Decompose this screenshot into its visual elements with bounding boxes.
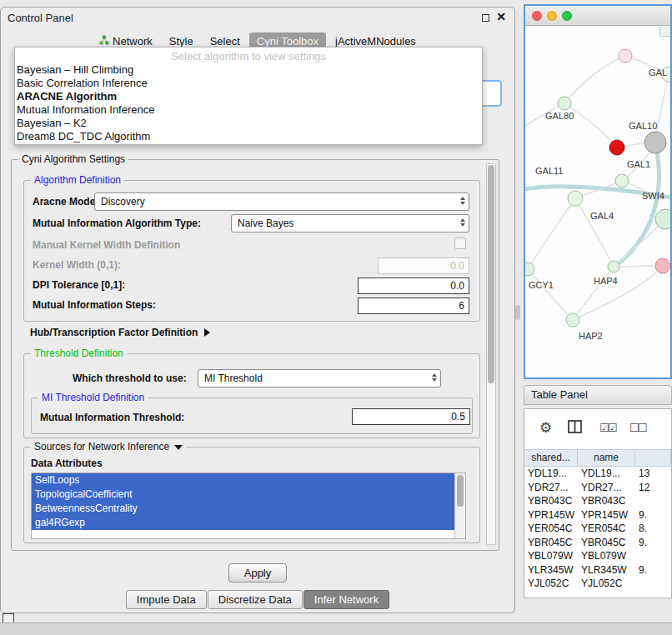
table-toolbar: ⚙ ☑☑ ☐☐	[524, 409, 671, 449]
close-icon[interactable]: ✕	[496, 10, 506, 23]
checked-boxes-icon[interactable]: ☑☑	[599, 422, 615, 434]
hub-section-label: Hub/Transcription Factor Definition	[30, 327, 198, 338]
table-row[interactable]: YDL19...YDL19...13	[524, 467, 671, 481]
table-row[interactable]: YLR345WYLR345W9.	[524, 563, 671, 578]
network-edge[interactable]	[528, 269, 573, 320]
table-cell	[635, 577, 671, 591]
table-cell: YDL19...	[524, 467, 578, 481]
bottom-tabs: Impute Data Discretize Data Infer Networ…	[1, 590, 514, 609]
hub-transcription-factor-section[interactable]: Hub/Transcription Factor Definition	[30, 327, 210, 338]
network-node[interactable]	[525, 262, 534, 276]
algorithm-option-list: Bayesian – Hill ClimbingBasic Correlatio…	[15, 63, 482, 143]
algorithm-option[interactable]: Dream8 DC_TDC Algorithm	[15, 130, 482, 143]
network-edge[interactable]	[573, 267, 614, 320]
table-row[interactable]: YDR27...YDR27...12	[524, 481, 671, 495]
table-row[interactable]: YJL052CYJL052C	[524, 577, 671, 591]
settings-scrollbar[interactable]	[486, 163, 496, 545]
network-node[interactable]	[615, 174, 629, 188]
which-threshold-combo[interactable]: MI Threshold	[198, 369, 441, 388]
table-cell: YLR345W	[578, 563, 635, 578]
algorithm-option[interactable]: Mutual Information Inference	[15, 103, 482, 117]
data-attribute-item[interactable]: BetweennessCentrality	[32, 502, 454, 516]
close-traffic-light-icon[interactable]	[532, 11, 542, 21]
column-header-name[interactable]: name	[578, 450, 635, 466]
tab-label: Network	[113, 35, 153, 48]
data-attribute-item[interactable]: gal4RGexp	[32, 516, 454, 530]
manual-kernel-width-checkbox[interactable]	[454, 238, 466, 249]
network-node[interactable]	[568, 191, 583, 206]
minimize-traffic-light-icon[interactable]	[547, 11, 557, 21]
columns-icon[interactable]	[568, 420, 582, 437]
tab-label: Style	[169, 35, 193, 48]
network-node[interactable]	[619, 49, 632, 62]
gear-icon[interactable]: ⚙	[539, 419, 552, 437]
algorithm-definition-group: Algorithm Definition Aracne Mode: Discov…	[23, 180, 480, 322]
table-header-row: shared... name	[524, 449, 671, 467]
mi-threshold-field[interactable]: 0.5	[352, 408, 470, 425]
network-edge[interactable]	[564, 56, 625, 103]
sources-title-text: Sources for Network Inference	[34, 441, 169, 452]
algorithm-option[interactable]: Bayesian – Hill Climbing	[15, 63, 482, 77]
network-edge[interactable]	[528, 198, 575, 269]
data-attributes-list[interactable]: SelfLoopsTopologicalCoefficientBetweenne…	[31, 472, 466, 539]
tab-discretize-data[interactable]: Discretize Data	[208, 590, 303, 609]
algorithm-option[interactable]: Basic Correlation Inference	[15, 77, 482, 90]
network-node[interactable]	[558, 97, 571, 110]
table-panel-titlebar[interactable]: Table Panel	[524, 385, 672, 405]
network-edge[interactable]	[575, 198, 614, 267]
network-node[interactable]	[608, 261, 619, 272]
dropdown-placeholder: Select algorithm to view settings	[15, 49, 482, 63]
table-row[interactable]: YBR045CYBR045C9.	[524, 536, 671, 550]
mi-threshold-definition-group: MI Threshold Definition Mutual Informati…	[31, 398, 473, 434]
network-window-titlebar[interactable]	[525, 6, 670, 26]
combo-arrows-icon	[460, 218, 465, 227]
table-panel-window: ⚙ ☑☑ ☐☐ shared... name YDL19...YDL19...1…	[524, 408, 672, 598]
expand-right-icon[interactable]	[204, 328, 210, 337]
table-cell: 12	[635, 481, 671, 495]
table-cell: YDR27...	[578, 481, 635, 495]
table-row[interactable]: YBR043CYBR043C	[524, 494, 671, 508]
scrollbar-thumb[interactable]	[457, 475, 464, 507]
control-panel-window: Control Panel ✕ Network Style Select Cyn…	[0, 7, 515, 613]
tab-impute-data[interactable]: Impute Data	[126, 590, 207, 609]
mi-steps-field[interactable]: 6	[358, 298, 469, 314]
aracne-mode-combo[interactable]: Discovery	[94, 192, 469, 211]
scrollbar-thumb[interactable]	[488, 165, 494, 383]
network-graph[interactable]: GALGAL80GAL10GAL11GAL1SWI4GAL4GCY1HAP4HA…	[525, 26, 670, 378]
scrollbar-corner	[659, 26, 670, 37]
zoom-traffic-light-icon[interactable]	[562, 11, 572, 21]
attributes-scrollbar[interactable]	[454, 473, 465, 538]
network-edge[interactable]	[573, 266, 663, 320]
collapse-down-icon[interactable]	[174, 445, 183, 450]
data-attribute-item[interactable]: TopologicalCoefficient	[32, 488, 454, 502]
node-label: HAP2	[579, 331, 603, 341]
column-header-extra[interactable]	[635, 450, 671, 466]
unchecked-boxes-icon[interactable]: ☐☐	[629, 422, 645, 434]
sources-group-title[interactable]: Sources for Network Inference	[31, 441, 186, 452]
network-tab-icon	[99, 35, 109, 48]
network-node[interactable]	[609, 140, 624, 155]
aracne-mode-label: Aracne Mode:	[33, 196, 98, 208]
dpi-tolerance-field[interactable]: 0.0	[358, 278, 469, 294]
network-node[interactable]	[566, 313, 579, 327]
mi-steps-label: Mutual Information Steps:	[33, 299, 156, 311]
table-row[interactable]: YER054CYER054C8.	[524, 522, 671, 536]
network-node[interactable]	[655, 258, 670, 273]
panel-splitter-handle[interactable]	[515, 305, 520, 320]
float-window-icon[interactable]	[482, 14, 489, 22]
kernel-width-field[interactable]: 0.0	[378, 258, 469, 274]
table-row[interactable]: YPR145WYPR145W9.	[524, 508, 671, 522]
tab-infer-network[interactable]: Infer Network	[303, 590, 389, 609]
algorithm-option[interactable]: ARACNE Algorithm	[15, 90, 482, 103]
mi-algorithm-type-combo[interactable]: Naive Bayes	[231, 214, 469, 232]
table-row[interactable]: YBL079WYBL079W	[524, 549, 671, 563]
network-node[interactable]	[644, 132, 666, 153]
data-attribute-item[interactable]: SelfLoops	[32, 473, 454, 488]
threshold-definition-group: Threshold Definition Which threshold to …	[23, 353, 480, 438]
apply-button[interactable]: Apply	[228, 563, 287, 582]
combo-value: Naive Bayes	[238, 218, 293, 229]
column-header-shared[interactable]: shared...	[524, 450, 578, 466]
algorithm-option[interactable]: Bayesian – K2	[15, 117, 482, 130]
network-canvas[interactable]: GALGAL80GAL10GAL11GAL1SWI4GAL4GCY1HAP4HA…	[525, 26, 670, 378]
network-edge[interactable]	[564, 103, 617, 148]
